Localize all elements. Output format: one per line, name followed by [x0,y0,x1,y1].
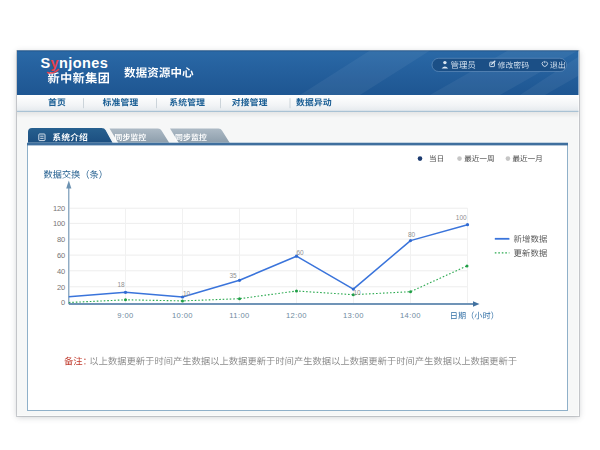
svg-text:0: 0 [61,298,65,307]
svg-text:12:00: 12:00 [286,311,307,320]
svg-text:18: 18 [117,281,125,288]
svg-text:120: 120 [53,204,65,213]
svg-text:35: 35 [229,272,237,279]
svg-text:9:00: 9:00 [117,311,133,320]
svg-text:14:00: 14:00 [400,311,421,320]
svg-text:11:00: 11:00 [229,311,249,320]
svg-text:10:00: 10:00 [172,311,193,320]
svg-text:40: 40 [57,267,65,276]
svg-text:10: 10 [183,290,191,297]
svg-text:80: 80 [408,231,416,238]
svg-text:80: 80 [57,235,65,244]
svg-text:20: 20 [57,283,65,292]
svg-text:100: 100 [53,219,65,228]
svg-text:13:00: 13:00 [343,311,364,320]
svg-text:60: 60 [57,251,65,260]
svg-text:100: 100 [456,214,467,221]
svg-text:Synjones: Synjones [41,55,109,71]
svg-text:60: 60 [296,249,304,256]
svg-text:10: 10 [353,289,361,296]
